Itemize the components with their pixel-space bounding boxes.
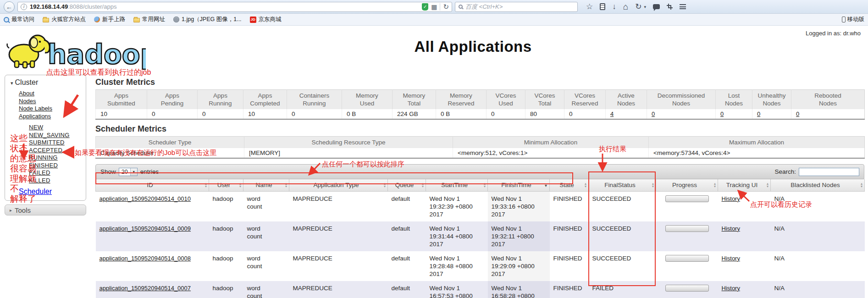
apps-column-header-tracking-ui[interactable]: Tracking UI▴▾ bbox=[718, 179, 771, 191]
download-icon[interactable]: ↓ bbox=[612, 3, 616, 11]
url-text[interactable]: 192.168.14.49:8088/cluster/apps bbox=[30, 3, 419, 10]
home-icon[interactable]: ⌂ bbox=[623, 2, 628, 11]
finalstatus-cell: SUCCEEDED bbox=[589, 191, 656, 221]
sidebar-item: About bbox=[19, 89, 82, 97]
starttime-text: Wed Nov 1 19:32:39 +0800 2017 bbox=[430, 195, 474, 218]
cluster-metric-header: RebootedNodes bbox=[791, 90, 865, 110]
bookmarks-panel-icon[interactable] bbox=[600, 3, 605, 10]
annotation-line: 解释了 bbox=[10, 194, 36, 204]
url-bar[interactable]: i 192.168.14.49:8088/cluster/apps ✓ ▦ ↻ bbox=[17, 2, 452, 12]
cluster-metric-link[interactable]: 4 bbox=[610, 110, 614, 117]
bookmark-item[interactable]: 火狐官方站点 bbox=[43, 16, 86, 23]
back-button[interactable]: ← bbox=[4, 1, 15, 12]
apps-column-label: Queue bbox=[395, 182, 414, 188]
screenshot-icon[interactable] bbox=[667, 4, 673, 10]
apps-column-header-queue[interactable]: Queue▴▾ bbox=[388, 179, 426, 191]
app-id-link[interactable]: application_1509520940514_0007 bbox=[100, 285, 191, 292]
apps-column-header-starttime[interactable]: StartTime▴▾ bbox=[426, 179, 488, 191]
qr-code-icon[interactable]: ▦ bbox=[431, 4, 437, 10]
starttime-text: Wed Nov 1 19:31:44 +0800 2017 bbox=[430, 225, 474, 248]
apps-column-header-name[interactable]: Name▴▾ bbox=[243, 179, 289, 191]
cluster-metric-link[interactable]: 0 bbox=[652, 110, 655, 117]
cluster-metric-header: AppsRunning bbox=[198, 90, 243, 110]
user-cell: hadoop bbox=[209, 191, 243, 221]
sync-dropdown-caret-icon[interactable]: ▾ bbox=[644, 5, 646, 9]
apps-column-header-state[interactable]: State▴▾ bbox=[550, 179, 589, 191]
sidebar-item-nodes[interactable]: Nodes bbox=[19, 98, 36, 105]
annotation-running-note: 如果要看现在有没有在运行的Job可以点击这里 bbox=[75, 149, 216, 157]
phone-icon bbox=[842, 17, 846, 22]
sidebar-item-node-labels[interactable]: Node Labels bbox=[19, 105, 52, 112]
bookmark-item[interactable]: 常用网址 bbox=[133, 16, 165, 23]
apps-column-header-blacklisted-nodes[interactable]: Blacklisted Nodes▴▾ bbox=[771, 179, 865, 191]
scheduler-metric-header: Scheduling Resource Type bbox=[244, 137, 453, 149]
queue-cell: default bbox=[388, 221, 426, 251]
history-link[interactable]: History bbox=[722, 255, 740, 262]
browser-action-icons: ☆ ↓ ⌂ ↻ ▾ bbox=[586, 2, 686, 11]
sync-icon[interactable]: ↻ bbox=[635, 3, 641, 11]
cluster-metric-header: MemoryUsed bbox=[342, 90, 393, 110]
cluster-metric-header: ContainersRunning bbox=[287, 90, 342, 110]
cluster-metric-value: 10 bbox=[96, 109, 147, 119]
state-cell: FINISHED bbox=[550, 191, 589, 221]
history-link[interactable]: History bbox=[722, 195, 740, 202]
search-box[interactable]: 百度 <Ctrl+K> bbox=[455, 2, 578, 12]
reload-icon[interactable]: ↻ bbox=[443, 3, 449, 10]
app-id-link[interactable]: application_1509520940514_0008 bbox=[100, 255, 191, 262]
bookmark-item[interactable]: 新手上路 bbox=[94, 16, 125, 23]
sidebar-state-new[interactable]: NEW bbox=[29, 124, 43, 131]
bookmark-label: 最常访问 bbox=[11, 16, 34, 23]
annotation-view-jobs: 点击这里可以查看到执行过的job bbox=[46, 68, 151, 77]
bookmark-mobile[interactable]: 移动版 bbox=[842, 16, 865, 23]
apps-column-header-finalstatus[interactable]: FinalStatus▴▾ bbox=[589, 179, 656, 191]
annotation-line: 这些 bbox=[10, 133, 36, 143]
bookmark-item[interactable]: 1.jpg（JPEG 图像，1... bbox=[173, 16, 242, 23]
bookmark-label: 火狐官方站点 bbox=[51, 16, 86, 23]
bookmark-item[interactable]: 最常访问 bbox=[4, 16, 34, 23]
sidebar-item-about[interactable]: About bbox=[19, 90, 34, 97]
cluster-metric-link[interactable]: 0 bbox=[757, 110, 760, 117]
folder-icon bbox=[43, 18, 49, 22]
finalstatus-cell: SUCCEEDED bbox=[589, 251, 656, 281]
starttime-text: Wed Nov 1 16:57:53 +0800 2017 bbox=[430, 284, 474, 298]
bookmark-item[interactable]: JD京东商城 bbox=[250, 16, 282, 23]
security-shield-icon[interactable]: ✓ bbox=[422, 3, 428, 11]
apps-column-header-id[interactable]: ID▴▾ bbox=[96, 179, 209, 191]
cluster-metric-link[interactable]: 0 bbox=[720, 110, 724, 117]
app-id-link[interactable]: application_1509520940514_0009 bbox=[100, 225, 191, 232]
sidebar-state-item: FINISHED bbox=[29, 161, 82, 169]
starttime-cell: Wed Nov 1 19:28:48 +0800 2017 bbox=[426, 251, 488, 281]
page-size-select[interactable]: 20 ▾ bbox=[119, 168, 138, 176]
finishtime-text: Wed Nov 1 16:58:28 +0800 2017 bbox=[492, 284, 536, 298]
tools-label: Tools bbox=[15, 206, 31, 214]
name-cell: word count bbox=[243, 191, 289, 221]
progress-bar bbox=[665, 225, 709, 232]
apps-column-header-user[interactable]: User▴▾ bbox=[209, 179, 243, 191]
menu-icon[interactable] bbox=[680, 4, 686, 9]
bookmark-star-icon[interactable]: ☆ bbox=[586, 3, 593, 11]
cluster-metric-value: 0 B bbox=[436, 109, 487, 119]
apps-column-header-finishtime[interactable]: FinishTime▾ bbox=[488, 179, 550, 191]
site-info-icon[interactable]: i bbox=[21, 4, 27, 10]
name-text: word count bbox=[247, 284, 269, 298]
history-link[interactable]: History bbox=[722, 225, 740, 232]
cluster-metric-link[interactable]: 0 bbox=[796, 110, 799, 117]
cluster-metric-value: 224 GB bbox=[393, 109, 436, 119]
history-link[interactable]: History bbox=[722, 285, 740, 292]
cluster-metric-value: 0 B bbox=[342, 109, 393, 119]
apps-column-header-application-type[interactable]: Application Type▴▾ bbox=[289, 179, 388, 191]
cluster-metric-header: ActiveNodes bbox=[606, 90, 647, 110]
sidebar-item-applications[interactable]: Applications bbox=[19, 113, 51, 120]
sidebar-item: Applications bbox=[19, 112, 82, 120]
apps-column-header-progress[interactable]: Progress▴▾ bbox=[656, 179, 718, 191]
app-id-link[interactable]: application_1509520940514_0010 bbox=[100, 195, 191, 202]
tracking-ui-cell: History bbox=[718, 221, 771, 251]
cluster-metric-value: 0 bbox=[487, 109, 525, 119]
table-search-input[interactable] bbox=[799, 168, 859, 176]
chat-icon[interactable] bbox=[653, 4, 660, 9]
tools-nav-header[interactable]: ▸ Tools bbox=[5, 204, 86, 215]
application-type-cell: MAPREDUCE bbox=[289, 281, 388, 298]
annotation-line: 很容易 bbox=[10, 164, 36, 174]
apps-column-label: Tracking UI bbox=[726, 182, 758, 188]
cluster-nav-header[interactable]: ▾Cluster bbox=[10, 77, 82, 89]
